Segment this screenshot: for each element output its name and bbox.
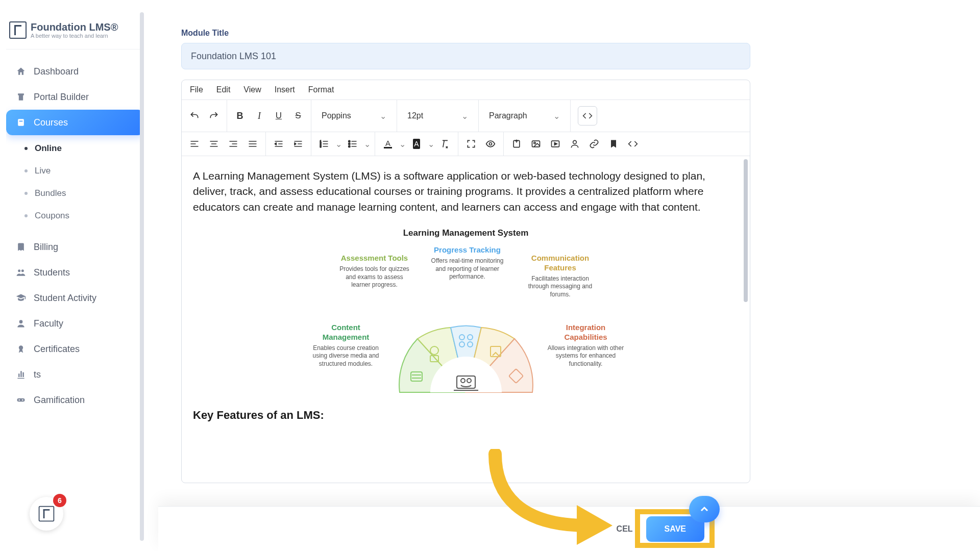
fullscreen-button[interactable] xyxy=(462,135,480,153)
sidebar-item-faculty[interactable]: Faculty xyxy=(6,311,144,336)
home-icon xyxy=(15,66,27,77)
numbered-list-button[interactable]: 123 xyxy=(315,135,333,153)
cancel-button[interactable]: CEL xyxy=(614,518,636,540)
sidebar-subitem-label: Coupons xyxy=(35,211,69,221)
feature-assessment-title: Assessment Tools xyxy=(336,254,413,263)
chevron-up-icon xyxy=(698,503,710,515)
faculty-icon xyxy=(15,318,27,329)
svg-point-2 xyxy=(18,269,20,272)
sidebar-item-portal-builder[interactable]: Portal Builder xyxy=(6,84,144,110)
code-sample-button[interactable] xyxy=(624,135,642,153)
menu-file[interactable]: File xyxy=(190,85,203,94)
align-center-button[interactable] xyxy=(205,135,223,153)
sidebar-item-student-activity[interactable]: Student Activity xyxy=(6,285,144,311)
sidebar-item-gamification[interactable]: Gamification xyxy=(6,387,144,413)
footer-bar: CEL SAVE xyxy=(158,506,980,551)
strikethrough-button[interactable]: S xyxy=(289,107,307,124)
menu-edit[interactable]: Edit xyxy=(216,85,231,94)
sidebar-subitem-online[interactable]: Online xyxy=(15,137,144,160)
highlight-color-button[interactable]: A xyxy=(408,135,425,153)
sidebar-subitem-label: Live xyxy=(35,166,51,176)
chevron-down-icon[interactable]: ⌄ xyxy=(363,135,371,153)
sidebar-item-dashboard[interactable]: Dashboard xyxy=(6,59,144,84)
align-right-button[interactable] xyxy=(225,135,242,153)
sidebar-item-partial[interactable]: ts xyxy=(6,362,144,387)
menu-view[interactable]: View xyxy=(243,85,261,94)
sidebar-item-label: Faculty xyxy=(34,318,63,329)
clear-formatting-button[interactable] xyxy=(436,135,454,153)
sidebar-item-label: Courses xyxy=(34,117,68,128)
redo-button[interactable] xyxy=(205,107,223,124)
align-justify-button[interactable] xyxy=(244,135,261,153)
svg-point-5 xyxy=(19,345,23,349)
sidebar-subitem-label: Bundles xyxy=(35,188,66,198)
sidebar-item-label: Gamification xyxy=(34,395,85,406)
chevron-down-icon[interactable]: ⌄ xyxy=(399,135,406,153)
feature-progress-title: Progress Tracking xyxy=(429,245,506,255)
scroll-to-top-button[interactable] xyxy=(689,496,720,522)
chart-icon xyxy=(15,369,27,380)
right-pane xyxy=(761,0,980,506)
lms-infographic: Progress Tracking Offers real-time monit… xyxy=(303,241,629,399)
main-content: Module Title Foundation LMS 101 File Edi… xyxy=(158,0,761,551)
sidebar-subitem-coupons[interactable]: Coupons xyxy=(15,205,144,227)
bullet-list-button[interactable] xyxy=(344,135,361,153)
module-title-input[interactable]: Foundation LMS 101 xyxy=(181,43,750,69)
chevron-down-icon[interactable]: ⌄ xyxy=(427,135,434,153)
italic-button[interactable]: I xyxy=(251,107,268,124)
editor-body[interactable]: A Learning Management System (LMS) is a … xyxy=(182,156,750,483)
sidebar-scrollbar[interactable] xyxy=(140,12,144,541)
insert-file-button[interactable] xyxy=(508,135,525,153)
sidebar-item-students[interactable]: Students xyxy=(6,260,144,285)
chevron-down-icon[interactable]: ⌄ xyxy=(335,135,342,153)
outdent-button[interactable] xyxy=(270,135,287,153)
svg-rect-17 xyxy=(532,141,540,147)
font-family-value: Poppins xyxy=(322,111,351,120)
feature-integration-desc: Allows integration with other systems fo… xyxy=(548,344,624,368)
chevron-down-icon: ⌄ xyxy=(380,111,386,121)
svg-point-18 xyxy=(534,142,535,144)
underline-button[interactable]: U xyxy=(270,107,287,124)
fan-diagram-icon xyxy=(374,295,558,397)
brand-title: Foundation LMS® xyxy=(31,21,118,33)
font-size-select[interactable]: 12pt ⌄ xyxy=(401,106,474,126)
insert-video-button[interactable] xyxy=(547,135,564,153)
block-format-select[interactable]: Paragraph ⌄ xyxy=(483,106,566,126)
svg-point-13 xyxy=(349,143,350,144)
chevron-down-icon: ⌄ xyxy=(553,111,560,121)
feature-integration-title: Integration Capabilities xyxy=(548,323,624,342)
sidebar-subitem-bundles[interactable]: Bundles xyxy=(15,182,144,205)
indent-button[interactable] xyxy=(289,135,307,153)
sidebar-item-label: Portal Builder xyxy=(34,92,89,103)
sidebar-item-label: Billing xyxy=(34,242,58,253)
sidebar-item-label: Student Activity xyxy=(34,293,96,304)
insert-user-button[interactable] xyxy=(566,135,583,153)
preview-button[interactable] xyxy=(482,135,499,153)
insert-image-button[interactable] xyxy=(527,135,545,153)
feature-progress-desc: Offers real-time monitoring and reportin… xyxy=(429,257,506,281)
sidebar-subitem-live[interactable]: Live xyxy=(15,160,144,182)
text-color-button[interactable]: A xyxy=(379,135,397,153)
align-left-button[interactable] xyxy=(186,135,203,153)
toolbar-row-2: 123 ⌄ ⌄ A ⌄ A ⌄ xyxy=(182,132,750,156)
feature-content-title: Content Management xyxy=(308,323,384,342)
undo-button[interactable] xyxy=(186,107,203,124)
font-family-select[interactable]: Poppins ⌄ xyxy=(315,106,393,126)
bold-button[interactable]: B xyxy=(231,107,249,124)
certificate-icon xyxy=(15,343,27,355)
editor-scrollbar[interactable] xyxy=(744,159,748,302)
bookmark-button[interactable] xyxy=(605,135,622,153)
editor-menubar: File Edit View Insert Format xyxy=(182,80,750,100)
sidebar-item-courses[interactable]: Courses xyxy=(6,110,144,135)
svg-point-15 xyxy=(489,143,492,145)
svg-point-20 xyxy=(573,140,577,144)
sidebar-item-label: Certificates xyxy=(34,344,80,355)
menu-format[interactable]: Format xyxy=(308,85,334,94)
sidebar-item-billing[interactable]: Billing xyxy=(6,234,144,260)
menu-insert[interactable]: Insert xyxy=(275,85,295,94)
sidebar-item-certificates[interactable]: Certificates xyxy=(6,336,144,362)
insert-link-button[interactable] xyxy=(585,135,603,153)
svg-point-4 xyxy=(19,320,23,323)
help-launcher[interactable]: 6 xyxy=(30,497,63,531)
source-code-button[interactable] xyxy=(578,106,597,126)
